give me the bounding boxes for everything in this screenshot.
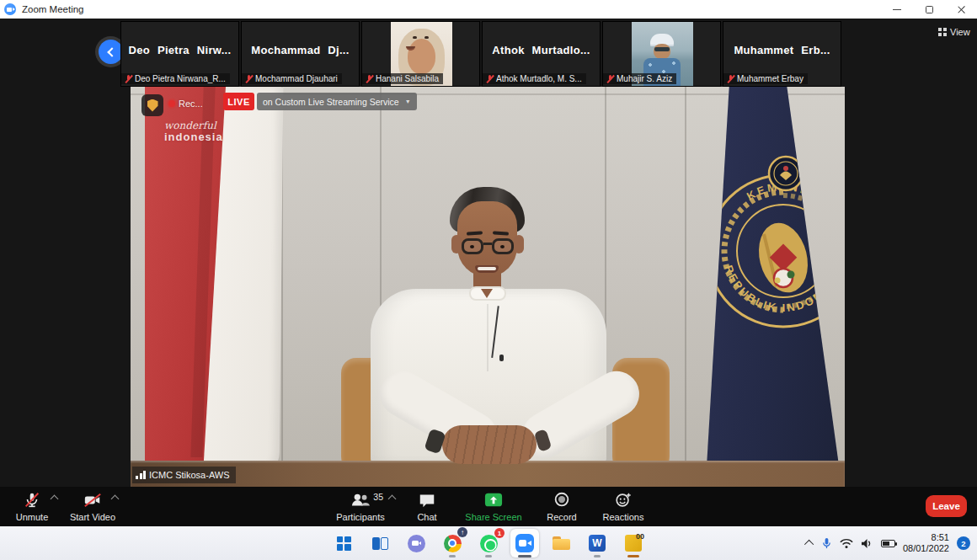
reactions-icon <box>614 491 633 509</box>
video-off-icon <box>83 491 103 509</box>
indonesian-flag <box>143 87 286 483</box>
minimize-icon <box>893 9 901 10</box>
minimize-button[interactable] <box>881 0 913 19</box>
notification-count-badge[interactable]: 2 <box>957 536 970 550</box>
volume-icon[interactable] <box>861 538 873 549</box>
title-bar: Zoom Meeting <box>0 0 977 19</box>
reactions-button[interactable]: Reactions <box>594 487 653 522</box>
tray-mic-icon[interactable] <box>821 537 832 550</box>
close-button[interactable] <box>945 0 977 19</box>
running-indicator <box>449 555 456 557</box>
whatsapp-button[interactable]: 1 <box>474 529 503 557</box>
share-screen-icon <box>483 491 504 509</box>
wonderful-indonesia-watermark: wonderful indonesia <box>164 120 223 142</box>
taskbar-clock[interactable]: 8:51 08/01/2022 <box>903 532 949 554</box>
mic-off-icon <box>23 491 41 509</box>
participant-name-label: Deo Pietra Nirwana_R... <box>121 73 230 84</box>
meeting-control-bar: Unmute Start Video <box>0 487 977 526</box>
share-screen-button[interactable]: Share Screen <box>457 487 530 522</box>
chat-app-button[interactable] <box>402 529 430 557</box>
timer-icon: 00 <box>625 535 642 552</box>
file-explorer-icon <box>553 536 570 550</box>
desk <box>131 461 845 487</box>
clasped-hands <box>442 425 537 464</box>
record-button[interactable]: Record <box>537 487 587 522</box>
start-button[interactable] <box>329 529 358 557</box>
wifi-icon[interactable] <box>840 538 853 549</box>
participants-options-chevron-icon[interactable] <box>388 495 397 504</box>
task-view-button[interactable] <box>366 529 394 557</box>
eyeglasses <box>462 238 514 255</box>
live-service-control[interactable]: on Custom Live Streaming Service ▼ <box>257 93 417 110</box>
zoom-app-icon <box>515 534 534 552</box>
mic-muted-icon <box>124 74 132 83</box>
shield-icon <box>147 99 158 112</box>
mic-muted-icon <box>485 74 494 83</box>
mic-muted-icon <box>244 74 253 83</box>
participant-tile[interactable]: Muhajir S. Aziz <box>602 21 721 87</box>
timer-badge: 00 <box>636 532 644 541</box>
chat-button[interactable]: Chat <box>403 487 451 522</box>
recording-dot-icon <box>168 100 175 107</box>
tray-chevron-icon[interactable] <box>804 540 814 549</box>
video-options-chevron-icon[interactable] <box>111 495 120 504</box>
participant-display-name: Muhammet Erb... <box>723 44 841 56</box>
participant-tile[interactable]: Muhammet Erb... Muhammet Erbay <box>723 21 841 87</box>
word-icon: W <box>589 535 606 552</box>
leave-button[interactable]: Leave <box>926 495 967 517</box>
speaker-name-label: ICMC Stikosa-AWS <box>132 467 236 483</box>
zoom-app-button[interactable] <box>510 529 539 557</box>
teams-chat-icon <box>408 535 425 552</box>
windows-taskbar: ↑ 1 W 00 <box>0 526 977 560</box>
window-title: Zoom Meeting <box>22 4 84 14</box>
start-icon <box>337 536 351 551</box>
wall-panel-seam <box>685 87 686 487</box>
participant-tile[interactable]: Hanani Salsabila <box>361 21 480 87</box>
zoom-app-logo-icon <box>4 3 16 15</box>
file-explorer-button[interactable] <box>547 529 575 557</box>
participants-icon <box>350 491 371 509</box>
running-indicator <box>627 555 639 557</box>
live-badge: LIVE <box>223 93 254 110</box>
audio-options-chevron-icon[interactable] <box>51 495 59 504</box>
mic-muted-icon <box>606 74 614 83</box>
view-button-label: View <box>950 27 970 37</box>
participant-tile[interactable]: Athok Murtadlo... Athok Murtadlo, M. S..… <box>482 21 601 87</box>
ministry-flag: KEMENPA REPUBLIK INDONESIA <box>697 87 845 487</box>
zoom-meeting-window: Zoom Meeting View Deo Pietra Nirw... Deo… <box>0 0 977 560</box>
close-icon <box>957 5 966 14</box>
mic-muted-icon <box>726 74 734 83</box>
signal-strength-icon <box>136 471 146 479</box>
whatsapp-icon <box>480 535 498 552</box>
chat-bubble-icon <box>418 491 436 509</box>
record-icon <box>553 491 571 509</box>
encryption-badge[interactable] <box>141 94 163 116</box>
battery-icon[interactable] <box>881 540 895 547</box>
recording-indicator: Rec... <box>168 99 203 109</box>
ministry-emblem: KEMENPA REPUBLIK INDONESIA <box>697 108 845 394</box>
dropdown-caret-icon[interactable]: ▼ <box>405 99 411 104</box>
participant-name-label: Mochammad Djauhari <box>242 73 342 84</box>
start-video-button[interactable]: Start Video <box>62 487 123 522</box>
participants-button[interactable]: 35 Participants <box>324 487 397 522</box>
timer-app-button[interactable]: 00 <box>619 529 648 557</box>
maximize-icon <box>926 6 933 13</box>
running-indicator <box>594 555 601 557</box>
participant-display-name: Athok Murtadlo... <box>483 44 600 56</box>
grid-view-icon <box>938 28 947 36</box>
clock-time: 8:51 <box>903 532 949 543</box>
participant-name-label: Muhajir S. Aziz <box>603 73 676 84</box>
maximize-button[interactable] <box>913 0 945 19</box>
chrome-button[interactable]: ↑ <box>438 529 467 557</box>
participant-display-name: Deo Pietra Nirw... <box>121 44 238 56</box>
unmute-button[interactable]: Unmute <box>2 487 62 522</box>
participant-tile[interactable]: Deo Pietra Nirw... Deo Pietra Nirwana_R.… <box>120 21 239 87</box>
running-indicator <box>485 555 492 557</box>
active-app-indicator <box>518 555 531 557</box>
view-button[interactable]: View <box>938 25 970 39</box>
clock-date: 08/01/2022 <box>903 543 949 554</box>
word-button[interactable]: W <box>583 529 611 557</box>
participant-tile[interactable]: Mochammad Dj... Mochammad Djauhari <box>241 21 360 87</box>
scroll-thumbnails-left-button[interactable] <box>99 40 123 64</box>
participant-display-name: Mochammad Dj... <box>242 44 359 56</box>
